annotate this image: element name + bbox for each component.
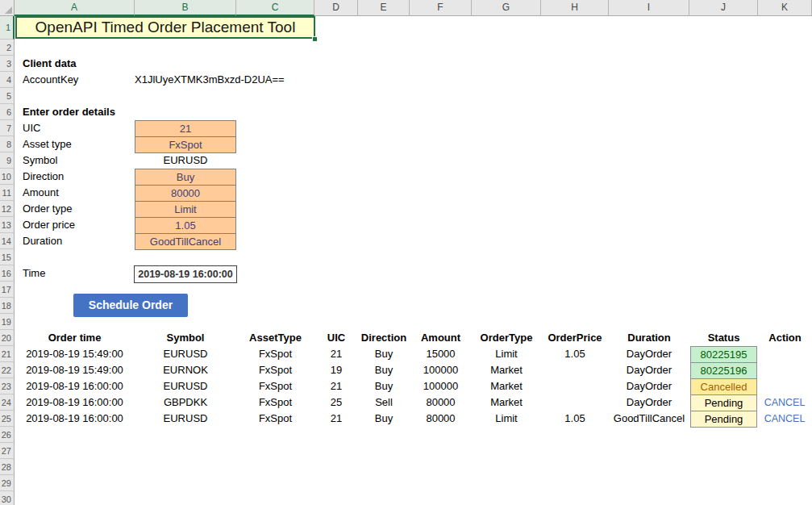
row-header-22[interactable]: 22 [0, 362, 15, 378]
row-header-10[interactable]: 10 [0, 169, 15, 185]
order-cell-order_time: 2019-08-19 16:00:00 [15, 394, 135, 411]
form-label-symbol: Symbol [23, 152, 57, 169]
account-key-value: X1JlUyeXTMK3mBxzd-D2UA== [135, 72, 285, 88]
order-cell-order_price [541, 394, 609, 411]
order-cell-duration: DayOrder [609, 346, 689, 362]
column-header-f[interactable]: F [410, 0, 472, 16]
column-header-g[interactable]: G [472, 0, 541, 16]
order-field-uic[interactable]: 21 [135, 120, 236, 137]
row-header-2[interactable]: 2 [0, 40, 15, 56]
column-header-a[interactable]: A [15, 0, 135, 16]
row-header-21[interactable]: 21 [0, 346, 15, 362]
row-header-9[interactable]: 9 [0, 152, 15, 169]
column-header-j[interactable]: J [689, 0, 758, 16]
order-cell-symbol: EURUSD [135, 346, 236, 362]
schedule-order-button[interactable]: Schedule Order [73, 294, 188, 317]
time-label: Time [23, 265, 45, 282]
order-cell-amount: 80000 [410, 394, 472, 411]
order-cell-asset_type: FxSpot [236, 394, 314, 411]
row-header-19[interactable]: 19 [0, 314, 15, 330]
orders-header-symbol: Symbol [135, 330, 236, 346]
row-header-23[interactable]: 23 [0, 378, 15, 394]
order-field-amount[interactable]: 80000 [135, 185, 236, 202]
form-label-amount: Amount [23, 185, 59, 201]
row-header-20[interactable]: 20 [0, 330, 15, 346]
column-header-h[interactable]: H [541, 0, 609, 16]
cancel-order-link[interactable]: CANCEL [758, 411, 811, 427]
time-value-field[interactable]: 2019-08-19 16:00:00 [134, 265, 237, 283]
orders-header-action: Action [758, 330, 812, 346]
order-cell-asset_type: FxSpot [236, 378, 314, 394]
column-header-d[interactable]: D [314, 0, 358, 16]
order-cell-symbol: EURNOK [135, 362, 236, 378]
row-header-8[interactable]: 8 [0, 136, 15, 152]
order-cell-asset_type: FxSpot [236, 411, 314, 427]
orders-header-assettype: AssetType [236, 330, 314, 346]
row-header-16[interactable]: 16 [0, 265, 15, 282]
selection-fill-handle[interactable] [312, 36, 318, 42]
row-header-18[interactable]: 18 [0, 298, 15, 314]
order-cell-asset_type: FxSpot [236, 362, 314, 378]
order-cell-order_price [541, 378, 609, 394]
order-cell-amount: 80000 [410, 411, 472, 427]
workbook-title-cell[interactable]: OpenAPI Timed Order Placement Tool [15, 16, 315, 39]
order-cell-order_type: Limit [472, 411, 541, 427]
column-header-c[interactable]: C [236, 0, 314, 16]
orders-header-orderprice: OrderPrice [541, 330, 609, 346]
order-details-section-label: Enter order details [23, 104, 115, 120]
row-header-28[interactable]: 28 [0, 459, 15, 475]
order-cell-symbol: GBPDKK [135, 394, 236, 411]
order-cell-direction: Buy [358, 346, 410, 362]
row-header-30[interactable]: 30 [0, 491, 15, 505]
row-header-4[interactable]: 4 [0, 72, 15, 88]
order-cell-uic: 21 [314, 346, 358, 362]
select-all-corner[interactable] [0, 0, 15, 16]
row-header-15[interactable]: 15 [0, 249, 15, 265]
row-header-13[interactable]: 13 [0, 217, 15, 233]
order-cell-order_time: 2019-08-19 16:00:00 [15, 378, 135, 394]
order-field-direction[interactable]: Buy [135, 169, 236, 186]
order-cell-direction: Buy [358, 411, 410, 427]
row-header-6[interactable]: 6 [0, 104, 15, 120]
row-header-24[interactable]: 24 [0, 394, 15, 411]
orders-header-amount: Amount [410, 330, 472, 346]
cancel-order-link[interactable]: CANCEL [758, 394, 811, 411]
row-header-29[interactable]: 29 [0, 475, 15, 491]
row-header-25[interactable]: 25 [0, 411, 15, 427]
orders-header-direction: Direction [358, 330, 410, 346]
row-header-12[interactable]: 12 [0, 201, 15, 217]
order-cell-duration: DayOrder [609, 362, 689, 378]
column-header-i[interactable]: I [609, 0, 689, 16]
order-cell-direction: Buy [358, 378, 410, 394]
row-header-11[interactable]: 11 [0, 185, 15, 201]
order-cell-amount: 100000 [410, 362, 472, 378]
order-cell-order_type: Limit [472, 346, 541, 362]
order-field-asset-type[interactable]: FxSpot [135, 136, 236, 153]
form-label-asset-type: Asset type [23, 136, 72, 152]
form-label-order-price: Order price [23, 217, 75, 233]
order-cell-direction: Sell [358, 394, 410, 411]
order-field-order-price[interactable]: 1.05 [135, 217, 236, 234]
order-cell-order_price: 1.05 [541, 346, 609, 362]
orders-header-duration: Duration [609, 330, 689, 346]
select-all-triangle-icon [5, 6, 12, 14]
order-cell-order_type: Market [472, 362, 541, 378]
column-header-e[interactable]: E [358, 0, 410, 16]
row-header-5[interactable]: 5 [0, 88, 15, 104]
form-label-order-type: Order type [23, 201, 72, 217]
column-header-k[interactable]: K [758, 0, 812, 16]
row-header-27[interactable]: 27 [0, 443, 15, 459]
client-data-section-label: Client data [23, 56, 76, 72]
row-header-14[interactable]: 14 [0, 233, 15, 249]
order-field-order-type[interactable]: Limit [135, 201, 236, 218]
orders-header-ordertype: OrderType [472, 330, 541, 346]
row-header-1[interactable]: 1 [0, 16, 15, 40]
orders-header-order-time: Order time [15, 330, 135, 346]
order-cell-order_time: 2019-08-19 15:49:00 [15, 346, 135, 362]
row-header-17[interactable]: 17 [0, 282, 15, 298]
row-header-7[interactable]: 7 [0, 120, 15, 136]
row-header-3[interactable]: 3 [0, 56, 15, 72]
order-field-duration[interactable]: GoodTillCancel [135, 233, 236, 250]
row-header-26[interactable]: 26 [0, 427, 15, 443]
column-header-b[interactable]: B [135, 0, 236, 16]
